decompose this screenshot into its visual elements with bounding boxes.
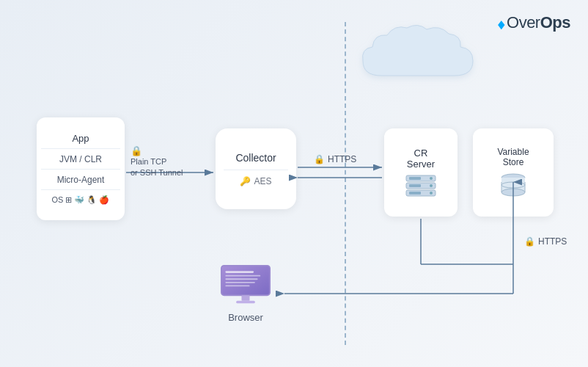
svg-rect-16 [225, 271, 254, 273]
cloud-icon [337, 21, 484, 94]
key-icon: 🔑 [240, 176, 251, 186]
https-text-2: HTTPS [538, 236, 567, 247]
svg-point-5 [430, 184, 433, 187]
app-box: App JVM / CLR Micro-Agent OS ⊞ 🐳 🐧 🍎 [37, 117, 125, 220]
linux-icon: 🐧 [87, 195, 97, 206]
collector-box: Collector 🔑 AES [216, 128, 296, 209]
svg-point-11 [501, 189, 525, 196]
cr-server-box: CRServer [384, 128, 457, 217]
browser-label: Browser [228, 312, 263, 323]
browser-monitor-icon [216, 264, 275, 306]
lock-icon-tcp: 🔒 [131, 145, 142, 156]
svg-rect-4 [409, 184, 421, 187]
app-label: App [41, 129, 120, 149]
variable-store-title: VariableStore [497, 147, 529, 167]
jvm-clr-label: JVM / CLR [41, 150, 120, 170]
plain-tcp-text: Plain TCPor SSH Tunnel [131, 156, 183, 179]
svg-rect-15 [221, 266, 270, 295]
variable-store-box: VariableStore [473, 128, 554, 217]
https-label-2: 🔒 HTTPS [524, 236, 567, 247]
svg-rect-18 [225, 278, 257, 280]
logo-dot: ⬧ [496, 12, 507, 34]
lock-icon-https2: 🔒 [524, 236, 535, 247]
windows-icon: ⊞ [65, 195, 72, 206]
micro-agent-label: Micro-Agent [41, 171, 120, 190]
logo-text-over: Over [507, 13, 540, 32]
apple-icon: 🍎 [99, 195, 109, 206]
docker-icon: 🐳 [74, 195, 84, 206]
os-row: OS ⊞ 🐳 🐧 🍎 [41, 192, 120, 208]
svg-rect-22 [236, 301, 255, 304]
svg-rect-7 [409, 192, 421, 195]
collector-title: Collector [235, 152, 276, 164]
server-rack-icon [405, 174, 437, 197]
https-text-1: HTTPS [328, 154, 356, 164]
database-icon [499, 172, 528, 198]
svg-rect-21 [241, 295, 249, 300]
https-label-1: 🔒 HTTPS [314, 154, 356, 164]
os-icons: OS ⊞ 🐳 🐧 🍎 [43, 195, 119, 206]
plain-tcp-label: 🔒 Plain TCPor SSH Tunnel [131, 145, 183, 179]
aes-label: 🔑 AES [240, 176, 271, 186]
svg-rect-19 [225, 282, 254, 283]
svg-point-2 [430, 177, 433, 180]
svg-rect-17 [225, 275, 260, 277]
lock-icon-https1: 🔒 [314, 154, 325, 164]
svg-rect-20 [225, 286, 249, 287]
os-label: OS [52, 195, 64, 206]
cr-server-title: CRServer [407, 148, 435, 170]
overops-logo: ⬧OverOps [496, 13, 570, 32]
aes-text: AES [254, 176, 271, 186]
dashed-divider [345, 22, 346, 345]
browser-box: Browser [209, 264, 282, 323]
svg-rect-1 [409, 177, 421, 180]
logo-text-ops: Ops [540, 13, 570, 32]
svg-point-8 [430, 192, 433, 195]
